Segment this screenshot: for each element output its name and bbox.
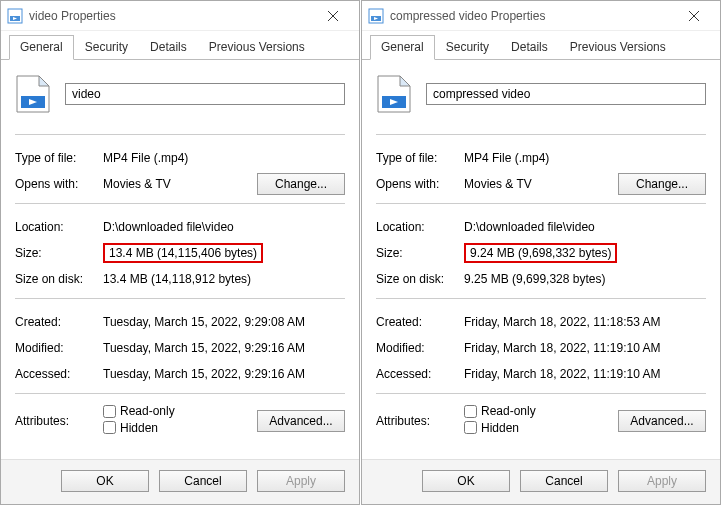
cancel-button[interactable]: Cancel	[520, 470, 608, 492]
filename-input[interactable]	[65, 83, 345, 105]
change-button[interactable]: Change...	[618, 173, 706, 195]
tab-previous-versions[interactable]: Previous Versions	[198, 35, 316, 59]
tab-details[interactable]: Details	[139, 35, 198, 59]
tab-strip: General Security Details Previous Versio…	[1, 31, 359, 60]
dialog-footer: OK Cancel Apply	[1, 459, 359, 504]
label-created: Created:	[376, 315, 464, 329]
tab-security[interactable]: Security	[435, 35, 500, 59]
divider	[15, 203, 345, 204]
readonly-checkbox[interactable]	[464, 405, 477, 418]
highlight-size: 13.4 MB (14,115,406 bytes)	[103, 243, 263, 263]
label-size: Size:	[15, 246, 103, 260]
divider	[376, 134, 706, 135]
label-attributes: Attributes:	[376, 414, 464, 428]
label-accessed: Accessed:	[15, 367, 103, 381]
apply-button[interactable]: Apply	[257, 470, 345, 492]
value-created: Tuesday, March 15, 2022, 9:29:08 AM	[103, 315, 345, 329]
label-location: Location:	[376, 220, 464, 234]
close-icon	[689, 11, 699, 21]
readonly-label: Read-only	[481, 404, 536, 418]
change-button[interactable]: Change...	[257, 173, 345, 195]
ok-button[interactable]: OK	[422, 470, 510, 492]
readonly-label: Read-only	[120, 404, 175, 418]
properties-dialog-1: video Properties General Security Detail…	[0, 0, 360, 505]
divider	[376, 298, 706, 299]
tab-content-general: Type of file:MP4 File (.mp4) Opens with:…	[1, 60, 359, 459]
titlebar: video Properties	[1, 1, 359, 31]
value-opens-with: Movies & TV	[464, 177, 618, 191]
label-type-of-file: Type of file:	[15, 151, 103, 165]
label-modified: Modified:	[15, 341, 103, 355]
label-opens-with: Opens with:	[376, 177, 464, 191]
tab-strip: General Security Details Previous Versio…	[362, 31, 720, 60]
value-location: D:\downloaded file\video	[103, 220, 345, 234]
readonly-checkbox-wrap[interactable]: Read-only	[464, 404, 536, 418]
hidden-label: Hidden	[120, 421, 158, 435]
value-modified: Friday, March 18, 2022, 11:19:10 AM	[464, 341, 706, 355]
advanced-button[interactable]: Advanced...	[618, 410, 706, 432]
divider	[376, 203, 706, 204]
tab-content-general: Type of file:MP4 File (.mp4) Opens with:…	[362, 60, 720, 459]
label-modified: Modified:	[376, 341, 464, 355]
filename-input[interactable]	[426, 83, 706, 105]
dialog-footer: OK Cancel Apply	[362, 459, 720, 504]
file-type-icon	[15, 74, 51, 114]
svg-marker-15	[400, 76, 410, 86]
value-type-of-file: MP4 File (.mp4)	[103, 151, 345, 165]
label-size-on-disk: Size on disk:	[15, 272, 103, 286]
value-accessed: Friday, March 18, 2022, 11:19:10 AM	[464, 367, 706, 381]
advanced-button[interactable]: Advanced...	[257, 410, 345, 432]
highlight-size: 9.24 MB (9,698,332 bytes)	[464, 243, 617, 263]
hidden-label: Hidden	[481, 421, 519, 435]
apply-button[interactable]: Apply	[618, 470, 706, 492]
label-size-on-disk: Size on disk:	[376, 272, 464, 286]
value-size: 13.4 MB (14,115,406 bytes)	[103, 243, 345, 263]
value-attributes: Read-only Hidden	[464, 404, 618, 437]
value-modified: Tuesday, March 15, 2022, 9:29:16 AM	[103, 341, 345, 355]
value-attributes: Read-only Hidden	[103, 404, 257, 437]
label-type-of-file: Type of file:	[376, 151, 464, 165]
svg-marker-6	[39, 76, 49, 86]
cancel-button[interactable]: Cancel	[159, 470, 247, 492]
readonly-checkbox[interactable]	[103, 405, 116, 418]
value-size: 9.24 MB (9,698,332 bytes)	[464, 243, 706, 263]
label-location: Location:	[15, 220, 103, 234]
value-created: Friday, March 18, 2022, 11:18:53 AM	[464, 315, 706, 329]
label-opens-with: Opens with:	[15, 177, 103, 191]
hidden-checkbox-wrap[interactable]: Hidden	[464, 421, 519, 435]
value-location: D:\downloaded file\video	[464, 220, 706, 234]
label-attributes: Attributes:	[15, 414, 103, 428]
close-button[interactable]	[313, 2, 353, 30]
value-size-on-disk: 9.25 MB (9,699,328 bytes)	[464, 272, 706, 286]
readonly-checkbox-wrap[interactable]: Read-only	[103, 404, 175, 418]
hidden-checkbox-wrap[interactable]: Hidden	[103, 421, 158, 435]
video-icon	[7, 8, 23, 24]
tab-security[interactable]: Security	[74, 35, 139, 59]
label-size: Size:	[376, 246, 464, 260]
ok-button[interactable]: OK	[61, 470, 149, 492]
video-icon	[368, 8, 384, 24]
tab-previous-versions[interactable]: Previous Versions	[559, 35, 677, 59]
label-accessed: Accessed:	[376, 367, 464, 381]
value-type-of-file: MP4 File (.mp4)	[464, 151, 706, 165]
file-type-icon	[376, 74, 412, 114]
divider	[376, 393, 706, 394]
properties-dialog-2: compressed video Properties General Secu…	[361, 0, 721, 505]
close-button[interactable]	[674, 2, 714, 30]
hidden-checkbox[interactable]	[103, 421, 116, 434]
tab-general[interactable]: General	[9, 35, 74, 60]
tab-general[interactable]: General	[370, 35, 435, 60]
tab-details[interactable]: Details	[500, 35, 559, 59]
value-size-on-disk: 13.4 MB (14,118,912 bytes)	[103, 272, 345, 286]
value-accessed: Tuesday, March 15, 2022, 9:29:16 AM	[103, 367, 345, 381]
window-title: video Properties	[29, 9, 313, 23]
window-title: compressed video Properties	[390, 9, 674, 23]
value-opens-with: Movies & TV	[103, 177, 257, 191]
titlebar: compressed video Properties	[362, 1, 720, 31]
close-icon	[328, 11, 338, 21]
hidden-checkbox[interactable]	[464, 421, 477, 434]
divider	[15, 134, 345, 135]
label-created: Created:	[15, 315, 103, 329]
divider	[15, 393, 345, 394]
divider	[15, 298, 345, 299]
